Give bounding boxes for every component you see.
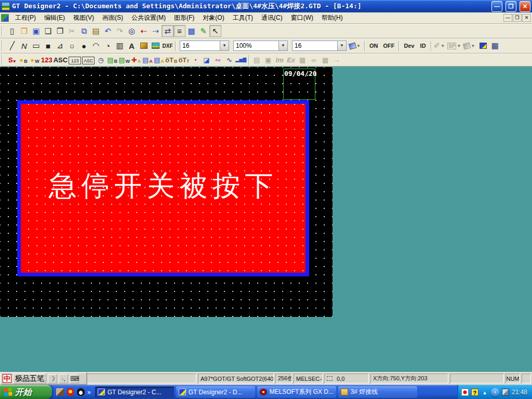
ime-fullwidth-icon[interactable]: ☽ (48, 374, 57, 383)
off-button[interactable]: OFF (380, 40, 397, 52)
touch-key-button[interactable]: ✚A (130, 55, 142, 65)
circle-button[interactable]: ○ (66, 40, 78, 52)
preview-button[interactable]: ◎ (126, 25, 138, 37)
line-style-button[interactable]: ✐▼ (433, 40, 447, 52)
menu-edit[interactable]: 编辑(E) (40, 12, 69, 23)
filled-circle-button[interactable]: ● (78, 40, 90, 52)
mdi-close-button[interactable]: ✕ (522, 14, 531, 22)
toolbar-grip[interactable] (2, 55, 4, 65)
task-melsoft[interactable]: MELSOFT系列 GX D... (257, 387, 336, 398)
text-button[interactable]: A (126, 40, 138, 52)
menu-object[interactable]: 对象(O) (198, 12, 228, 23)
minimize-button[interactable]: — (491, 1, 502, 12)
id-button[interactable]: ID (417, 40, 429, 52)
save-button[interactable]: ▣ (30, 25, 42, 37)
ime-keyboard-icon[interactable]: ⌨ (70, 374, 79, 383)
sp-button[interactable]: SP▼ (447, 40, 463, 52)
screen-dropdown[interactable]: S▾ (6, 55, 18, 65)
zoom-combo[interactable]: 100% ▼ (233, 41, 288, 51)
device-button[interactable]: Dev (401, 40, 417, 52)
screen-switch-button[interactable]: ⇄ (162, 25, 174, 37)
prev-screen-button[interactable]: ⇠ (138, 25, 150, 37)
start-button[interactable]: 开始 (0, 385, 52, 399)
tray-network-icon[interactable] (502, 389, 509, 396)
numeric-input-button[interactable]: 123 (68, 55, 82, 65)
parts-window-button[interactable] (477, 40, 489, 52)
storm-player-icon[interactable] (66, 388, 74, 396)
menu-window[interactable]: 窗口(W) (287, 12, 317, 23)
level-button[interactable]: ◪ (201, 55, 212, 65)
mdi-document-icon[interactable] (1, 14, 9, 22)
menu-figure[interactable]: 图形(F) (170, 12, 198, 23)
numeric-display-button[interactable]: 123 (41, 55, 53, 65)
screen-canvas[interactable]: 09/04/20 急停开关被按下 (0, 67, 332, 317)
task-gtdesigner-c[interactable]: GT Designer2 - C... (95, 387, 174, 398)
on-button[interactable]: ON (367, 40, 381, 52)
rect-button[interactable]: ▭ (30, 40, 42, 52)
bit-lamp-button[interactable]: ●B (18, 55, 29, 65)
polyline-button[interactable]: N (18, 40, 30, 52)
date-display-button[interactable]: öTB (165, 55, 178, 65)
redo-button[interactable]: ↷ (114, 25, 126, 37)
menu-tools[interactable]: 工具(T) (229, 12, 257, 23)
fill-color-button[interactable]: ▼ (349, 40, 363, 52)
mdi-restore-button[interactable]: ❐ (513, 14, 522, 22)
filled-rect-button[interactable]: ■ (42, 40, 54, 52)
menu-screen[interactable]: 画面(S) (98, 12, 127, 23)
ascii-input-button[interactable]: ASC (82, 55, 95, 65)
chevron-down-icon[interactable]: ▼ (220, 41, 229, 50)
ascii-display-button[interactable]: ASC (53, 55, 68, 65)
chevron-more-icon[interactable]: » (87, 389, 91, 396)
report-button[interactable]: ▤ (251, 55, 262, 65)
parts-list-button[interactable]: ▦ (489, 40, 501, 52)
media-player-icon[interactable] (56, 388, 64, 396)
chevron-down-icon[interactable]: ▼ (356, 44, 361, 48)
task-gtdesigner-d[interactable]: GT Designer2 - D... (176, 387, 255, 398)
polygon-button[interactable]: ⊿ (54, 40, 66, 52)
export-button[interactable]: Ex (285, 55, 297, 65)
jump-button[interactable]: → (331, 55, 342, 65)
menu-common[interactable]: 公共设置(M) (127, 12, 170, 23)
task-folder[interactable]: 3# 焊接线 (338, 387, 417, 398)
chevron-down-icon[interactable]: ▼ (337, 41, 346, 50)
menu-project[interactable]: 工程(P) (11, 12, 40, 23)
toolbar-grip[interactable] (2, 41, 4, 51)
chevron-down-icon[interactable]: ▼ (278, 41, 287, 50)
select-mode-button[interactable]: ↖ (209, 25, 221, 37)
snap-combo[interactable]: 16 ▼ (292, 41, 347, 51)
screen-call-button[interactable]: ▦ (297, 55, 308, 65)
arc-button[interactable]: ◠ (90, 40, 102, 52)
grid-size-combo[interactable]: 16 ▼ (180, 41, 229, 51)
menu-communication[interactable]: 通讯(C) (257, 12, 287, 23)
tray-help-icon[interactable]: ? (471, 389, 478, 396)
menu-help[interactable]: 帮助(H) (317, 12, 347, 23)
dxf-button[interactable]: DXF (162, 40, 174, 52)
overlay-screen-button[interactable]: ▣ (262, 55, 274, 65)
close-button[interactable]: ✕ (520, 1, 530, 12)
line-button[interactable]: ╱ (6, 40, 18, 52)
image-button[interactable] (150, 40, 162, 52)
paste-button[interactable]: ▤ (90, 25, 102, 37)
tray-eject-icon[interactable]: ▴ (481, 389, 488, 396)
tray-collapse-icon[interactable]: ‹ (491, 388, 499, 396)
date-object-selection[interactable]: 09/04/20 (283, 69, 315, 100)
property-sheet-button[interactable]: ≡ (174, 25, 185, 37)
tray-player-icon[interactable] (461, 389, 469, 396)
new-button[interactable]: ▯ (6, 25, 18, 37)
word-lamp-button[interactable]: ●W (29, 55, 41, 65)
alarm-list-user-button[interactable]: ▤A (142, 55, 153, 65)
ime-punctuation-icon[interactable]: ·, (59, 374, 68, 383)
draft-button[interactable]: ✎ (197, 25, 209, 37)
restore-button[interactable]: ❐ (506, 1, 516, 12)
scale-button[interactable]: ▥ (114, 40, 126, 52)
panel-meter-button[interactable]: ◔ (189, 55, 201, 65)
comment-bit-button[interactable]: ▤B (107, 55, 118, 65)
paint-button[interactable] (138, 40, 150, 52)
qq-icon[interactable] (77, 388, 85, 396)
statistics-graph-button[interactable]: ▂▅▇ (235, 55, 247, 65)
alarm-list-system-button[interactable]: ▤A (153, 55, 165, 65)
toolbar-grip[interactable] (2, 26, 4, 36)
open-button[interactable]: ❒ (18, 25, 30, 37)
mdi-minimize-button[interactable]: — (503, 14, 512, 22)
trend-graph-button[interactable]: ∿ (223, 55, 235, 65)
